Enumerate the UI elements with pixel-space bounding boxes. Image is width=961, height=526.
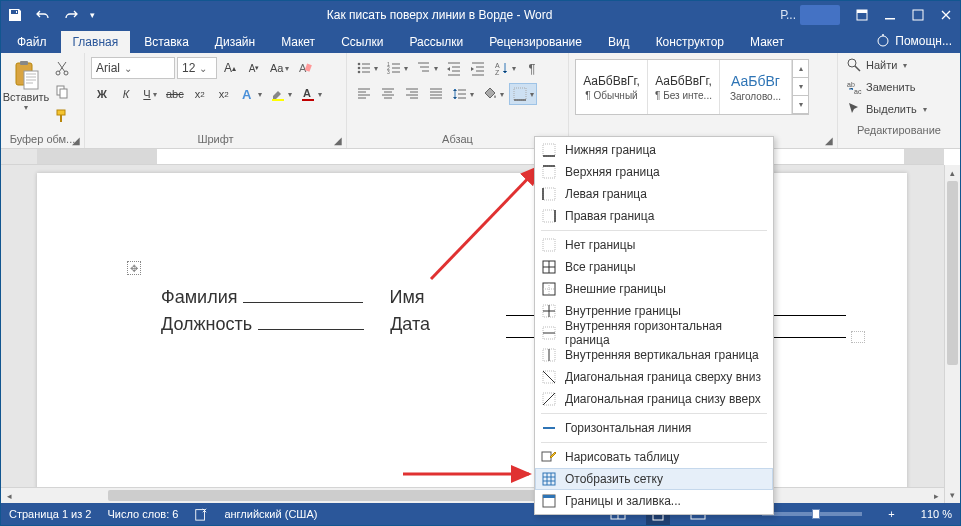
menu-bottom-border[interactable]: Нижняя граница	[535, 139, 773, 161]
increase-indent-button[interactable]	[467, 57, 489, 79]
shrink-font-button[interactable]: A▾	[243, 57, 265, 79]
justify-button[interactable]	[425, 83, 447, 105]
tab-table-layout[interactable]: Макет	[738, 31, 796, 53]
account-badge[interactable]	[800, 5, 840, 25]
redo-button[interactable]	[57, 1, 85, 29]
close-button[interactable]	[932, 1, 960, 29]
tab-review[interactable]: Рецензирование	[477, 31, 594, 53]
shading-button[interactable]	[479, 83, 507, 105]
menu-borders-and-shading[interactable]: Границы и заливка...	[535, 490, 773, 512]
vertical-scrollbar[interactable]: ▴ ▾	[944, 165, 960, 503]
highlight-button[interactable]	[267, 83, 295, 105]
format-painter-button[interactable]	[51, 105, 73, 127]
clipboard-launcher[interactable]: ◢	[70, 134, 82, 146]
style-normal[interactable]: АаБбВвГг, ¶ Обычный	[576, 60, 648, 114]
find-button[interactable]: Найти▾	[842, 55, 956, 75]
menu-outside-borders[interactable]: Внешние границы	[535, 278, 773, 300]
status-words[interactable]: Число слов: 6	[107, 508, 178, 520]
bullets-button[interactable]	[353, 57, 381, 79]
subscript-button[interactable]: x2	[189, 83, 211, 105]
tab-view[interactable]: Вид	[596, 31, 642, 53]
tab-design[interactable]: Дизайн	[203, 31, 267, 53]
tell-me-button[interactable]: Помощн...	[867, 29, 960, 53]
page[interactable]	[37, 173, 907, 503]
menu-view-gridlines[interactable]: Отобразить сетку	[535, 468, 773, 490]
styles-launcher[interactable]: ◢	[823, 134, 835, 146]
select-button[interactable]: Выделить▾	[842, 99, 956, 119]
font-color-button[interactable]: A	[297, 83, 325, 105]
tab-home[interactable]: Главная	[61, 31, 131, 53]
change-case-button[interactable]: Aa	[267, 57, 292, 79]
scroll-left-button[interactable]: ◂	[1, 488, 17, 503]
menu-horizontal-line[interactable]: Горизонтальная линия	[535, 417, 773, 439]
tab-mailings[interactable]: Рассылки	[397, 31, 475, 53]
horizontal-scrollbar[interactable]: ◂ ▸	[1, 487, 944, 503]
italic-button[interactable]: К	[115, 83, 137, 105]
multilevel-list-button[interactable]	[413, 57, 441, 79]
menu-right-border[interactable]: Правая граница	[535, 205, 773, 227]
menu-draw-table[interactable]: Нарисовать таблицу	[535, 446, 773, 468]
font-launcher[interactable]: ◢	[332, 134, 344, 146]
status-spellcheck[interactable]	[194, 507, 208, 521]
grow-font-button[interactable]: A▴	[219, 57, 241, 79]
tab-insert[interactable]: Вставка	[132, 31, 201, 53]
table-resize-handle[interactable]	[851, 331, 865, 343]
font-family-combo[interactable]: Arial	[91, 57, 175, 79]
borders-button[interactable]	[509, 83, 537, 105]
align-center-button[interactable]	[377, 83, 399, 105]
menu-top-border[interactable]: Верхняя граница	[535, 161, 773, 183]
cut-button[interactable]	[51, 57, 73, 79]
menu-left-border[interactable]: Левая граница	[535, 183, 773, 205]
maximize-button[interactable]	[904, 1, 932, 29]
scroll-up-button[interactable]: ▴	[945, 165, 960, 181]
style-heading1[interactable]: АаБбВг Заголово...	[720, 60, 792, 114]
tab-references[interactable]: Ссылки	[329, 31, 395, 53]
copy-button[interactable]	[51, 81, 73, 103]
decrease-indent-button[interactable]	[443, 57, 465, 79]
strikethrough-button[interactable]: abc	[163, 83, 187, 105]
clear-formatting-button[interactable]: A	[294, 57, 316, 79]
status-language[interactable]: английский (США)	[224, 508, 317, 520]
show-marks-button[interactable]: ¶	[521, 57, 543, 79]
menu-all-borders[interactable]: Все границы	[535, 256, 773, 278]
align-right-button[interactable]	[401, 83, 423, 105]
save-button[interactable]	[1, 1, 29, 29]
menu-diagonal-down-border[interactable]: Диагональная граница сверху вниз	[535, 366, 773, 388]
style-nospacing[interactable]: АаБбВвГг, ¶ Без инте...	[648, 60, 720, 114]
menu-inside-vertical-border[interactable]: Внутренняя вертикальная граница	[535, 344, 773, 366]
tab-file[interactable]: Файл	[5, 31, 59, 53]
vertical-scroll-thumb[interactable]	[947, 181, 958, 365]
zoom-level[interactable]: 110 %	[921, 508, 952, 520]
tab-layout[interactable]: Макет	[269, 31, 327, 53]
numbering-button[interactable]: 123	[383, 57, 411, 79]
styles-scroll-down[interactable]: ▾	[792, 78, 808, 96]
bold-button[interactable]: Ж	[91, 83, 113, 105]
table-move-handle[interactable]: ✥	[127, 261, 141, 275]
line-spacing-button[interactable]	[449, 83, 477, 105]
zoom-in-button[interactable]: +	[884, 508, 898, 520]
form-table[interactable]: ✥ Фамилия Имя Должность Дата	[161, 285, 430, 335]
qat-customize-button[interactable]: ▾	[85, 1, 99, 29]
ribbon-options-button[interactable]	[848, 1, 876, 29]
align-left-button[interactable]	[353, 83, 375, 105]
scroll-down-button[interactable]: ▾	[945, 487, 960, 503]
replace-button[interactable]: abac Заменить	[842, 77, 956, 97]
text-effects-button[interactable]: A	[237, 83, 265, 105]
scroll-right-button[interactable]: ▸	[928, 488, 944, 503]
styles-scroll-up[interactable]: ▴	[792, 60, 808, 78]
undo-button[interactable]	[29, 1, 57, 29]
zoom-slider[interactable]	[762, 512, 862, 516]
styles-more[interactable]: ▾	[792, 96, 808, 114]
styles-gallery[interactable]: АаБбВвГг, ¶ Обычный АаБбВвГг, ¶ Без инте…	[575, 59, 809, 115]
sort-button[interactable]: AZ	[491, 57, 519, 79]
superscript-button[interactable]: x2	[213, 83, 235, 105]
paste-button[interactable]: Вставить ▾	[7, 57, 45, 114]
font-size-combo[interactable]: 12	[177, 57, 217, 79]
tab-table-design[interactable]: Конструктор	[644, 31, 736, 53]
menu-no-border[interactable]: Нет границы	[535, 234, 773, 256]
horizontal-ruler[interactable]	[1, 149, 944, 165]
menu-inside-horizontal-border[interactable]: Внутренняя горизонтальная граница	[535, 322, 773, 344]
underline-button[interactable]: Ч	[139, 83, 161, 105]
minimize-button[interactable]	[876, 1, 904, 29]
menu-diagonal-up-border[interactable]: Диагональная граница снизу вверх	[535, 388, 773, 410]
